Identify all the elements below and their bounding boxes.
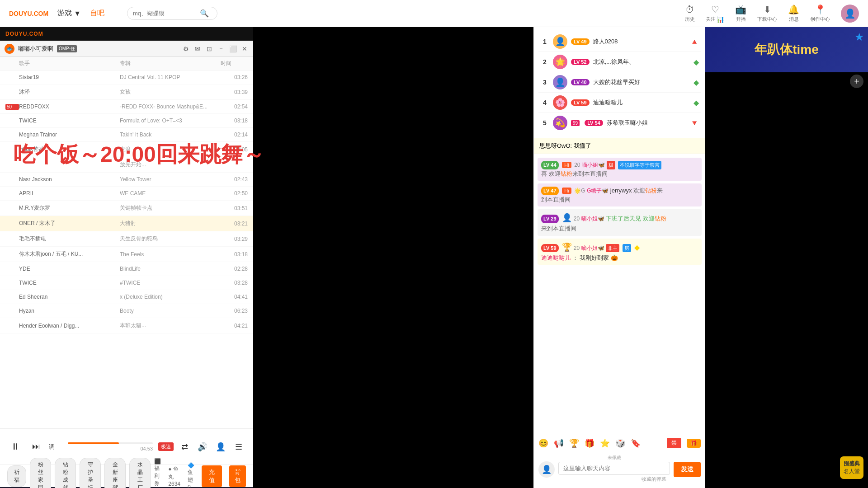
- user-button[interactable]: 👤: [213, 440, 228, 454]
- nav-history[interactable]: ⏱ 历史: [685, 5, 695, 23]
- gift-small-button[interactable]: 🎁: [585, 438, 594, 448]
- live-icon: 📺: [735, 4, 746, 15]
- chat-user-icon: 👤: [538, 461, 555, 478]
- playlist-active-item[interactable]: ONER / 宋木子 大猪肘 03:21: [0, 216, 253, 231]
- backpack-button[interactable]: 背包: [229, 465, 246, 487]
- lb-rank-1: 1: [540, 38, 549, 45]
- gift-button[interactable]: 🎁: [687, 439, 701, 448]
- playlist-item[interactable]: M.R.Y麦尔罗 关键帧帧卡点 03:51: [0, 201, 253, 216]
- playlist-item[interactable]: Meghan Trainor Takin' It Back 02:14: [0, 128, 253, 142]
- search-input[interactable]: [133, 10, 196, 17]
- bottom-bar: 祈福 粉丝家园 钻粉成就 守护圣坛 全新座驾 水晶工厂 ⬛ 福利券 > ● 鱼丸…: [0, 465, 253, 487]
- main-content: DOUYU.COM 🐟 嘟嘟小可爱啊 OMP·任 ⚙ ✉ ⊡ － ⬜ ✕ 歌手: [0, 27, 868, 488]
- speaker-button[interactable]: 📢: [554, 438, 564, 448]
- col-artist: 歌手: [19, 60, 120, 67]
- progress-fill: [68, 442, 119, 444]
- overlay-settings-btn[interactable]: ⚙: [182, 45, 190, 53]
- playlist-item[interactable]: 你木木君joon / 五毛 / KU... The Feels 03:18: [0, 247, 253, 262]
- leaderboard-row-1: 1 👤 LV 49 路人0208 🔺: [538, 32, 701, 52]
- playlist-item[interactable]: TWICE #TWICE 03:28: [0, 276, 253, 290]
- shuffle-button[interactable]: ⇄: [177, 440, 192, 454]
- lb-name-5: 苏希联玉嘛小姐: [607, 119, 686, 127]
- playlist-item[interactable]: 50 REDDFOXX -REDD FOXX- Bounce Mashup&E.…: [0, 100, 253, 114]
- nav-message[interactable]: 🔔 消息: [788, 4, 799, 23]
- lb-level-4: LV 59: [571, 99, 590, 106]
- overlay-minimize-btn[interactable]: －: [217, 45, 225, 53]
- tab-diamond-achievement[interactable]: 钻粉成就: [55, 458, 76, 488]
- search-icon[interactable]: 🔍: [200, 9, 209, 18]
- stream-video[interactable]: [253, 27, 533, 488]
- ban-button[interactable]: 禁: [667, 438, 681, 448]
- tab-new-vehicle[interactable]: 全新座驾: [104, 458, 126, 488]
- stream-panel: [253, 27, 533, 488]
- lb-name-4: 迪迪哒哒儿: [593, 99, 690, 107]
- menu-button[interactable]: ☰: [231, 440, 246, 454]
- current-track-label: 调: [49, 443, 62, 451]
- playlist-item[interactable]: Hyzan Booty 06:23: [0, 304, 253, 318]
- pause-button[interactable]: ⏸: [7, 439, 24, 455]
- playlist-item[interactable]: 毛毛不插电 天生反骨的驼鸟 03:29: [0, 231, 253, 247]
- tab-fan-garden[interactable]: 粉丝家园: [30, 458, 51, 488]
- leaderboard: 1 👤 LV 49 路人0208 🔺 2 🌟 LV 52 北凉,...徐凤年、 …: [534, 27, 705, 138]
- playlist-item[interactable]: Hender Eoolwan / Digg... 本班太猖... 04:21: [0, 318, 253, 333]
- chat-collection[interactable]: 收藏的弹幕: [558, 476, 670, 484]
- overlay-controls: ⚙ ✉ ⊡ － ⬜ ✕: [182, 45, 249, 53]
- chat-messages: LV 44 Hi 20 嘀小姐🦋 极 不说脏字等于禁言 喜 欢迎钻粉来到本直播间…: [534, 154, 705, 435]
- playlist[interactable]: Sistar19 DJ Central Vol. 11 KPOP 03:26 沐…: [0, 70, 253, 428]
- tab-crystal-factory[interactable]: 水晶工厂: [129, 458, 151, 488]
- tab-guardian[interactable]: 守护圣坛: [80, 458, 101, 488]
- playlist-item[interactable]: YDE BlindLife 02:28: [0, 262, 253, 276]
- speed-badge[interactable]: 极速: [158, 442, 174, 451]
- add-button[interactable]: +: [850, 75, 863, 88]
- next-button[interactable]: ⏭: [29, 440, 43, 454]
- douyu-bar: DOUYU.COM: [0, 27, 253, 41]
- playlist-item[interactable]: 放光开始...: [0, 157, 253, 173]
- overlay-screen-btn[interactable]: ⊡: [205, 45, 213, 53]
- history-icon: ⏱: [685, 5, 694, 15]
- nav-follow[interactable]: ♡ 关注📊: [706, 4, 724, 23]
- playlist-item[interactable]: APRIL WE CAME 02:50: [0, 187, 253, 201]
- welfare-coupon[interactable]: ⬛ 福利券 >: [154, 458, 161, 488]
- playlist-item[interactable]: Ed Sheeran x (Deluxe Edition) 04:41: [0, 290, 253, 304]
- far-right-video: 囤盛典 名人堂: [705, 72, 868, 488]
- volume-button[interactable]: 🔊: [195, 440, 210, 454]
- chat-input[interactable]: [558, 462, 670, 475]
- bottom-welfare: ⬛ 福利券 > ● 鱼丸 2634 🔷 鱼翅 0 充值 背包: [154, 458, 246, 488]
- fish-fin: 🔷 鱼翅 0: [188, 462, 194, 488]
- dice-button[interactable]: 🎲: [615, 438, 625, 448]
- lb-trend-4: ◆: [693, 99, 699, 107]
- flag-button[interactable]: 🔖: [631, 438, 641, 448]
- tab-blessing[interactable]: 祈福: [7, 465, 26, 487]
- nav-creator[interactable]: 📍 创作中心: [810, 4, 830, 23]
- user-avatar[interactable]: 👤: [841, 5, 859, 23]
- ea-button[interactable]: 自吧: [90, 9, 104, 18]
- banner-text: 年趴体time: [755, 41, 819, 58]
- playlist-item[interactable]: yihuik苦甚 麦浪 03:05: [0, 142, 253, 157]
- search-bar: 🔍: [127, 7, 217, 20]
- lb-avatar-2: 🌟: [553, 55, 567, 69]
- nav-download[interactable]: ⬇ 下载中心: [757, 4, 777, 23]
- progress-area[interactable]: 04:53: [68, 442, 153, 451]
- overlay-badge: OMP·任: [57, 45, 77, 52]
- overlay-titlebar: 🐟 嘟嘟小可爱啊 OMP·任 ⚙ ✉ ⊡ － ⬜ ✕: [0, 41, 253, 57]
- overlay-mail-btn[interactable]: ✉: [193, 45, 202, 53]
- playlist-item[interactable]: 沐泽 女孩 03:39: [0, 84, 253, 100]
- overlay-maximize-btn[interactable]: ⬜: [229, 45, 237, 53]
- overlay-app-name: 嘟嘟小可爱啊: [18, 45, 53, 53]
- emoji-button[interactable]: 😊: [538, 438, 548, 448]
- overlay-close-btn[interactable]: ✕: [241, 45, 249, 53]
- charge-button[interactable]: 充值: [202, 465, 222, 487]
- star-button[interactable]: ⭐: [600, 438, 610, 448]
- lb-name-2: 北凉,...徐凤年、: [593, 58, 690, 66]
- playlist-item[interactable]: TWICE Formula of Love: O+T=<3 03:18: [0, 114, 253, 128]
- playlist-item[interactable]: Sistar19 DJ Central Vol. 11 KPOP 03:26: [0, 70, 253, 84]
- chat-level-badge: LV 59: [541, 244, 559, 253]
- nav-live[interactable]: 📺 开播: [735, 4, 746, 23]
- send-button[interactable]: 发送: [674, 462, 701, 477]
- trophy-button[interactable]: 🏆: [569, 438, 579, 448]
- progress-bar[interactable]: [68, 442, 153, 444]
- playlist-item[interactable]: Nasr Jackson Yellow Tower 02:43: [0, 173, 253, 187]
- lb-trend-1: 🔺: [690, 38, 699, 46]
- lb-avatar-4: 🌸: [553, 95, 567, 110]
- game-menu-button[interactable]: 游戏▼: [57, 9, 81, 18]
